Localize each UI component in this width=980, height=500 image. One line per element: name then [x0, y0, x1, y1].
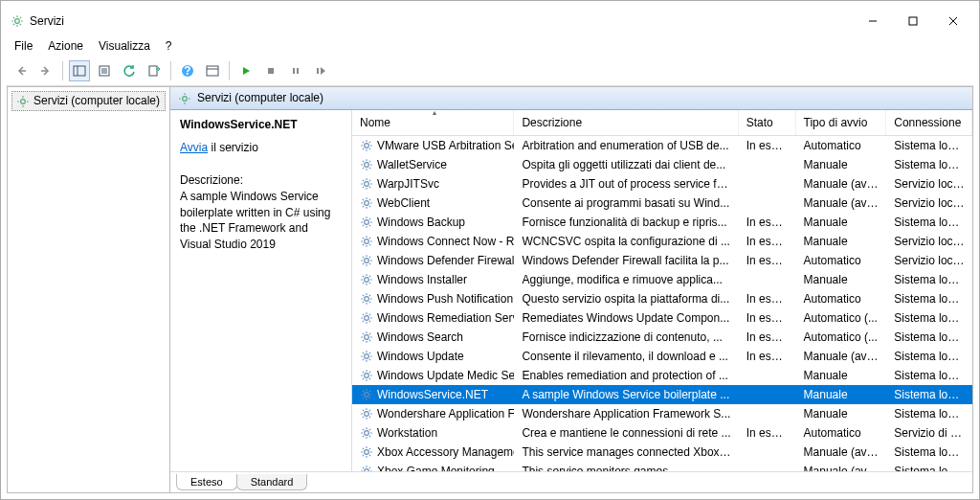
svg-line-175	[363, 417, 364, 418]
window-controls	[857, 10, 969, 33]
column-logon[interactable]: Connessione	[886, 110, 972, 135]
service-row[interactable]: Xbox Accessory Manageme...This service m…	[352, 443, 972, 462]
service-row[interactable]: WarpJITSvcProvides a JIT out of process …	[352, 174, 972, 193]
service-row[interactable]: Xbox Game MonitoringThis service monitor…	[352, 462, 972, 471]
cell-name: Wondershare Application Fr...	[352, 406, 514, 420]
menu-help[interactable]: ?	[166, 39, 172, 53]
pause-service-button[interactable]	[285, 60, 306, 81]
cell-logon: Servizio locale	[886, 254, 972, 267]
service-row[interactable]: Windows Remediation Servi...Remediates W…	[352, 308, 972, 328]
svg-point-123	[365, 316, 369, 321]
service-name-text: WindowsService.NET	[377, 388, 488, 401]
details-button[interactable]	[202, 60, 223, 81]
svg-line-174	[369, 417, 370, 418]
service-row[interactable]: Wondershare Application Fr...Wondershare…	[352, 404, 972, 423]
separator	[62, 61, 63, 80]
cell-startup: Manuale (avv...	[796, 196, 887, 210]
start-link[interactable]: Avvia	[180, 141, 208, 154]
service-row[interactable]: Windows InstallerAggiunge, modifica e ri…	[352, 270, 972, 289]
service-row[interactable]: WindowsService.NETA sample Windows Servi…	[352, 385, 972, 404]
column-description[interactable]: Descrizione	[514, 110, 738, 135]
svg-line-5	[13, 17, 14, 18]
service-row[interactable]: Windows Update Medic Ser...Enables remed…	[352, 366, 972, 385]
cell-description: Enables remediation and protection of ..…	[514, 369, 738, 382]
service-icon	[360, 234, 373, 248]
export-button[interactable]	[144, 60, 165, 81]
svg-line-77	[369, 199, 370, 200]
service-row[interactable]: VMware USB Arbitration Ser...Arbitration…	[352, 136, 972, 155]
service-row[interactable]: Windows UpdateConsente il rilevamento, i…	[352, 347, 972, 366]
cell-name: Windows Search	[352, 330, 514, 344]
svg-line-92	[363, 238, 364, 239]
list-body[interactable]: VMware USB Arbitration Ser...Arbitration…	[352, 136, 972, 471]
menu-action[interactable]: Azione	[48, 39, 83, 53]
maximize-button[interactable]	[897, 10, 929, 33]
svg-line-122	[369, 295, 370, 296]
service-row[interactable]: Windows Defender FirewallWindows Defende…	[352, 251, 972, 270]
show-hide-tree-button[interactable]	[69, 60, 90, 81]
service-name-text: WalletService	[377, 158, 447, 171]
cell-name: Xbox Accessory Manageme...	[352, 444, 514, 459]
pane-header-title: Servizi (computer locale)	[197, 91, 323, 104]
menu-file[interactable]: File	[14, 39, 33, 53]
svg-line-101	[363, 257, 364, 258]
service-row[interactable]: Windows SearchFornisce indicizzazione di…	[352, 328, 972, 347]
service-icon	[360, 330, 373, 344]
svg-line-86	[369, 218, 370, 219]
cell-logon: Sistema locale	[886, 445, 972, 459]
start-service-button[interactable]	[235, 60, 256, 81]
service-icon	[360, 425, 373, 440]
properties-button[interactable]	[94, 60, 115, 81]
column-state[interactable]: Stato	[739, 110, 796, 135]
menu-view[interactable]: Visualizza	[99, 39, 150, 53]
close-button[interactable]	[937, 10, 969, 33]
cell-description: Ospita gli oggetti utilizzati dai client…	[514, 158, 738, 171]
svg-point-32	[21, 99, 26, 103]
cell-name: WarpJITSvc	[352, 176, 514, 191]
service-icon	[360, 464, 373, 471]
svg-line-76	[363, 206, 364, 207]
service-row[interactable]: Windows Push Notification...Questo servi…	[352, 289, 972, 308]
service-name-text: VMware USB Arbitration Ser...	[377, 139, 514, 152]
svg-point-159	[365, 393, 369, 398]
cell-name: Windows Push Notification...	[352, 291, 514, 306]
cell-state: In esec...	[739, 426, 796, 440]
minimize-button[interactable]	[857, 10, 889, 33]
cell-startup: Automatico (...	[796, 330, 887, 344]
svg-line-147	[369, 359, 370, 360]
back-button[interactable]	[11, 60, 32, 81]
cell-logon: Sistema locale	[886, 273, 972, 286]
svg-rect-21	[149, 66, 157, 76]
service-row[interactable]: WebClientConsente ai programmi basati su…	[352, 193, 972, 213]
cell-description: Aggiunge, modifica e rimuove applica...	[514, 273, 738, 286]
forward-button[interactable]	[35, 60, 56, 81]
svg-point-141	[365, 354, 369, 359]
svg-line-47	[363, 142, 364, 143]
menubar: File Azione Visualizza ?	[7, 35, 973, 57]
tab-standard[interactable]: Standard	[236, 474, 308, 490]
svg-line-157	[363, 378, 364, 379]
service-row[interactable]: WalletServiceOspita gli oggetti utilizza…	[352, 155, 972, 174]
cell-logon: Sistema locale	[886, 311, 972, 325]
stop-service-button[interactable]	[260, 60, 281, 81]
column-startup[interactable]: Tipo di avvio	[796, 110, 887, 135]
cell-state: In esec...	[739, 254, 796, 267]
cell-name: Windows Backup	[352, 215, 514, 229]
service-icon	[360, 406, 373, 420]
service-row[interactable]: WorkstationCrea e mantiene le connession…	[352, 423, 972, 443]
svg-line-119	[363, 295, 364, 296]
svg-line-58	[363, 168, 364, 169]
action-suffix: il servizio	[208, 141, 258, 154]
svg-line-130	[363, 321, 364, 322]
tree-root-item[interactable]: Servizi (computer locale)	[11, 91, 166, 111]
svg-line-57	[369, 168, 370, 169]
refresh-button[interactable]	[119, 60, 140, 81]
service-icon	[360, 291, 373, 306]
help-button[interactable]: ?	[177, 60, 198, 81]
restart-service-button[interactable]	[310, 60, 331, 81]
column-name[interactable]: Nome	[352, 110, 514, 135]
service-row[interactable]: Windows BackupFornisce funzionalità di b…	[352, 213, 972, 232]
tab-extended[interactable]: Esteso	[176, 474, 237, 490]
service-row[interactable]: Windows Connect Now - R...WCNCSVC ospita…	[352, 232, 972, 251]
services-icon	[11, 14, 24, 29]
